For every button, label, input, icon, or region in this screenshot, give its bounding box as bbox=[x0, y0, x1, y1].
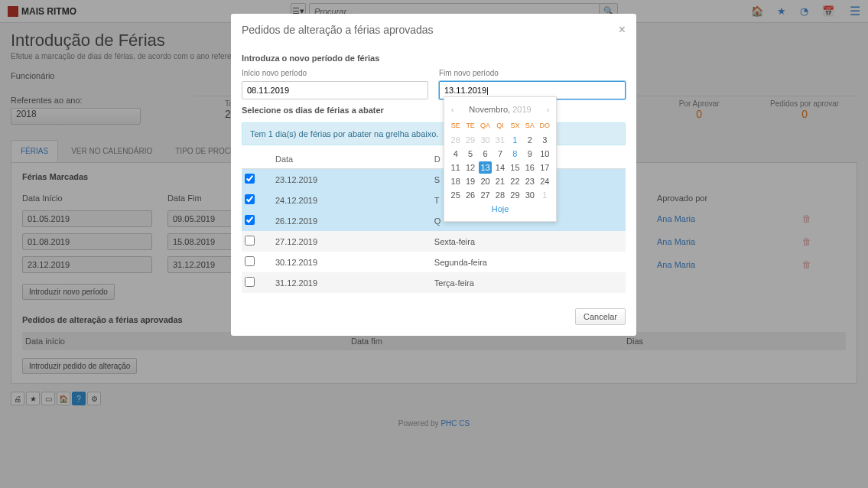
dp-day[interactable]: 23 bbox=[523, 175, 536, 187]
info-box: Tem 1 dia(s) de férias por abater na gre… bbox=[242, 122, 626, 145]
dp-dow: DO bbox=[538, 120, 551, 131]
modal-row: 31.12.2019 Terça-feira bbox=[242, 272, 626, 293]
dp-day[interactable]: 30 bbox=[523, 189, 536, 201]
dp-day[interactable]: 28 bbox=[493, 189, 506, 201]
dp-day[interactable]: 14 bbox=[493, 161, 506, 174]
dp-dow: SX bbox=[509, 120, 522, 131]
row-dow: Terça-feira bbox=[431, 272, 626, 293]
dp-day[interactable]: 29 bbox=[463, 134, 476, 146]
dp-day[interactable]: 6 bbox=[479, 148, 492, 160]
row-dow: Sexta-feira bbox=[431, 231, 626, 252]
dp-month[interactable]: Novembro, bbox=[469, 105, 510, 114]
dp-dow: SE bbox=[449, 120, 462, 131]
dp-dow: TE bbox=[463, 120, 476, 131]
dp-dow: QA bbox=[479, 120, 492, 131]
dp-prev-icon[interactable]: ‹ bbox=[451, 105, 454, 114]
dp-day[interactable]: 7 bbox=[493, 148, 506, 160]
dp-day[interactable]: 5 bbox=[463, 148, 476, 160]
dp-day[interactable]: 10 bbox=[538, 148, 551, 160]
row-checkbox[interactable] bbox=[245, 236, 255, 246]
row-checkbox[interactable] bbox=[245, 256, 255, 266]
row-checkbox[interactable] bbox=[245, 277, 255, 287]
start-date-input[interactable] bbox=[242, 81, 428, 99]
row-dow: Segunda-feira bbox=[431, 252, 626, 272]
row-date: 31.12.2019 bbox=[272, 272, 431, 293]
dp-day[interactable]: 18 bbox=[449, 175, 462, 187]
mcol-data: Data bbox=[272, 150, 431, 169]
dp-day[interactable]: 13 bbox=[479, 161, 492, 174]
dp-day[interactable]: 8 bbox=[509, 148, 522, 160]
modal-row: 23.12.2019 S bbox=[242, 169, 626, 190]
dp-day[interactable]: 29 bbox=[509, 189, 522, 201]
dp-day[interactable]: 16 bbox=[523, 161, 536, 174]
modal-row: 27.12.2019 Sexta-feira bbox=[242, 231, 626, 252]
dp-day[interactable]: 12 bbox=[463, 161, 476, 174]
dp-day[interactable]: 30 bbox=[479, 134, 492, 146]
dp-dow: SA bbox=[523, 120, 536, 131]
dp-day[interactable]: 25 bbox=[449, 189, 462, 201]
modal-row: 30.12.2019 Segunda-feira bbox=[242, 252, 626, 272]
modal: Pedidos de alteração a férias aprovadas … bbox=[231, 14, 636, 336]
dp-day[interactable]: 27 bbox=[479, 189, 492, 201]
dp-day[interactable]: 3 bbox=[538, 134, 551, 146]
dp-day[interactable]: 24 bbox=[538, 175, 551, 187]
dp-day[interactable]: 28 bbox=[449, 134, 462, 146]
dp-day[interactable]: 22 bbox=[509, 175, 522, 187]
dp-day[interactable]: 31 bbox=[493, 134, 506, 146]
modal-title: Pedidos de alteração a férias aprovadas bbox=[242, 24, 434, 36]
modal-section1: Introduza o novo período de férias bbox=[242, 54, 626, 63]
start-date-label: Início novo período bbox=[242, 69, 307, 77]
row-checkbox[interactable] bbox=[245, 215, 255, 225]
row-date: 26.12.2019 bbox=[272, 210, 431, 231]
close-icon[interactable]: × bbox=[619, 23, 626, 37]
end-date-label: Fim novo período bbox=[439, 69, 499, 77]
modal-section2: Selecione os dias de férias a abater bbox=[242, 106, 626, 115]
dp-day[interactable]: 1 bbox=[538, 189, 551, 201]
dp-next-icon[interactable]: › bbox=[547, 105, 550, 114]
row-checkbox[interactable] bbox=[245, 174, 255, 184]
modal-row: 26.12.2019 Q bbox=[242, 210, 626, 231]
row-date: 23.12.2019 bbox=[272, 169, 431, 190]
cancel-button[interactable]: Cancelar bbox=[575, 308, 626, 325]
dp-day[interactable]: 11 bbox=[449, 161, 462, 174]
dp-day[interactable]: 19 bbox=[463, 175, 476, 187]
dp-day[interactable]: 2 bbox=[523, 134, 536, 146]
dp-day[interactable]: 17 bbox=[538, 161, 551, 174]
dp-today[interactable]: Hoje bbox=[449, 201, 551, 216]
dp-day[interactable]: 26 bbox=[463, 189, 476, 201]
row-date: 27.12.2019 bbox=[272, 231, 431, 252]
row-date: 24.12.2019 bbox=[272, 190, 431, 210]
modal-row: 24.12.2019 T bbox=[242, 190, 626, 210]
dp-day[interactable]: 9 bbox=[523, 148, 536, 160]
row-checkbox[interactable] bbox=[245, 194, 255, 204]
datepicker: ‹ Novembro, 2019 › SETEQAQISXSADO 282930… bbox=[444, 96, 557, 222]
row-date: 30.12.2019 bbox=[272, 252, 431, 272]
dp-dow: QI bbox=[493, 120, 506, 131]
dp-day[interactable]: 15 bbox=[509, 161, 522, 174]
dp-day[interactable]: 21 bbox=[493, 175, 506, 187]
dp-day[interactable]: 4 bbox=[449, 148, 462, 160]
dp-day[interactable]: 20 bbox=[479, 175, 492, 187]
dp-year[interactable]: 2019 bbox=[512, 105, 531, 114]
dp-day[interactable]: 1 bbox=[509, 134, 522, 146]
